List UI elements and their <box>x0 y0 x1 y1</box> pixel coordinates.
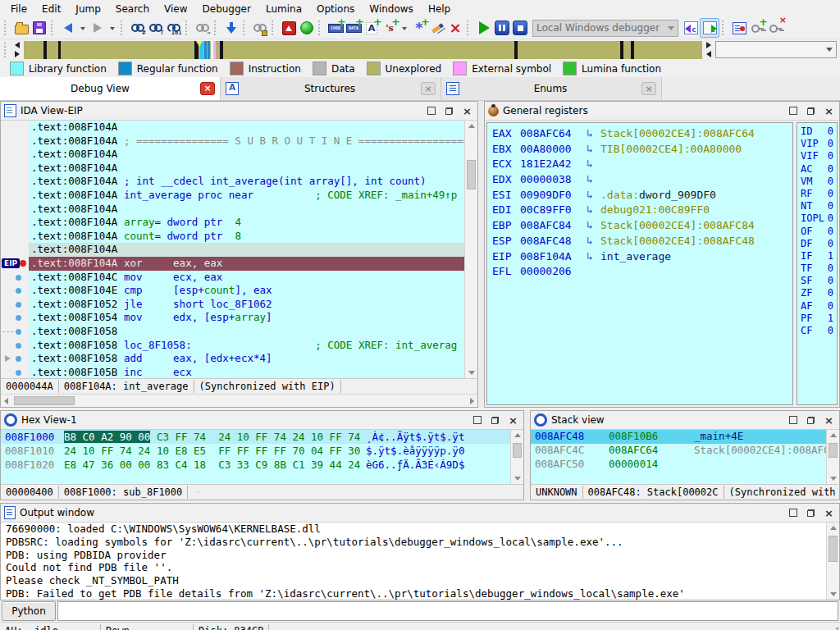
scroll-down-arrow[interactable] <box>830 477 837 481</box>
hex-row[interactable]: 008F1020E8 47 36 00 00 83 C4 18 C3 33 C9… <box>1 458 510 472</box>
register-value[interactable]: 008AFC84 <box>520 218 579 234</box>
register-row[interactable]: EDI00C89FF0↳debug021:00C89FF0 <box>489 203 791 218</box>
flag-row[interactable]: ZF0 <box>797 287 837 299</box>
navigate-forward-dropdown[interactable] <box>107 19 118 37</box>
navigate-back-dropdown[interactable] <box>77 19 89 37</box>
menu-windows[interactable]: Windows <box>362 2 421 16</box>
disasm-line[interactable]: .text:008F1052 jle short loc_8F1062 <box>1 298 464 312</box>
disasm-margin[interactable] <box>1 189 29 203</box>
menu-jump[interactable]: Jump <box>68 2 107 16</box>
ida-view-vscrollbar[interactable] <box>464 121 477 378</box>
menu-search[interactable]: Search <box>108 2 157 16</box>
breakpoint-dot[interactable] <box>16 370 21 376</box>
create-function-button[interactable]: *+ <box>410 19 428 37</box>
menu-debugger[interactable]: Debugger <box>195 2 258 16</box>
disasm-margin[interactable] <box>1 135 29 148</box>
tab-close-button[interactable]: × <box>421 82 436 95</box>
maximize-button[interactable] <box>424 105 438 117</box>
disasm-line[interactable]: .text:008F104A ; int __cdecl int_average… <box>1 175 464 189</box>
disasm-line[interactable]: .text:008F1054 mov edx, [esp+array] <box>1 311 464 325</box>
close-button[interactable]: × <box>506 414 520 427</box>
search-immediate-button[interactable]: 101 <box>165 19 183 37</box>
flag-row[interactable]: PF1 <box>797 313 837 325</box>
menu-options[interactable]: Options <box>309 2 362 16</box>
green-circle-button[interactable] <box>298 19 316 37</box>
flag-row[interactable]: ID0 <box>797 126 837 138</box>
flag-value[interactable]: 0 <box>828 200 833 212</box>
create-struct-dropdown[interactable] <box>399 19 410 37</box>
flag-value[interactable]: 0 <box>828 325 833 337</box>
stack-row[interactable]: 008AFC4C008AFC64Stack[00002CE4]:008AFC64 <box>531 444 826 458</box>
flag-row[interactable]: VM0 <box>797 176 837 188</box>
flag-value[interactable]: 1 <box>828 250 833 262</box>
disasm-margin[interactable] <box>1 243 29 257</box>
search-binary-button[interactable]: # <box>129 19 147 37</box>
search-next-button[interactable]: ⇒ <box>194 19 212 37</box>
register-row[interactable]: EAX008AFC64↳Stack[00002CE4]:008AFC64 <box>489 126 791 142</box>
disasm-line[interactable]: .text:008F104A <box>1 121 464 135</box>
stack-view-vscrollbar[interactable] <box>826 430 839 484</box>
scroll-thumb[interactable] <box>829 443 838 458</box>
disasm-margin[interactable] <box>1 203 29 217</box>
flag-value[interactable]: 0 <box>828 262 833 275</box>
navband-scroll-right-2[interactable] <box>706 42 711 48</box>
disasm-margin[interactable] <box>1 298 29 312</box>
stack-value[interactable]: 00000014 <box>609 458 694 472</box>
output-vscrollbar[interactable] <box>826 523 839 600</box>
register-row[interactable]: ESI00909DF0↳.data:dword_909DF0 <box>489 188 791 203</box>
create-data-button[interactable]: DATA+ <box>345 19 363 37</box>
register-row[interactable]: EDX00000038↳ <box>489 172 791 188</box>
selected-bytes[interactable]: B8 C0 A2 90 00 <box>64 431 150 443</box>
show-problems-button[interactable] <box>280 19 298 37</box>
continue-process-button[interactable] <box>475 19 493 37</box>
navband-scroll-left-2[interactable] <box>706 51 711 57</box>
float-button[interactable] <box>804 105 818 117</box>
scroll-thumb[interactable] <box>829 536 838 562</box>
flag-row[interactable]: NT0 <box>797 200 837 212</box>
stack-value[interactable]: 008F10B6 <box>609 430 694 444</box>
stop-process-button[interactable] <box>511 19 529 37</box>
disasm-margin[interactable] <box>1 339 29 353</box>
menu-file[interactable]: File <box>3 2 34 16</box>
tab-debug-view[interactable]: Debug View× <box>0 77 221 100</box>
breakpoint-dot[interactable] <box>16 275 21 281</box>
add-breakpoint-button[interactable]: + <box>748 19 766 37</box>
scroll-up-arrow[interactable] <box>830 526 837 530</box>
breakpoint-dot[interactable] <box>16 356 21 362</box>
disasm-margin[interactable] <box>1 162 29 176</box>
tab-close-button[interactable]: × <box>200 82 215 95</box>
flag-value[interactable]: 0 <box>828 150 833 162</box>
attach-process-button[interactable]: c <box>682 19 700 37</box>
flag-value[interactable]: 0 <box>828 188 833 200</box>
maximize-button[interactable] <box>470 414 484 427</box>
scroll-up-arrow[interactable] <box>514 433 521 437</box>
register-value[interactable]: 00A80000 <box>520 142 579 158</box>
open-file-button[interactable] <box>12 19 30 37</box>
disasm-margin[interactable] <box>1 271 29 285</box>
scroll-thumb[interactable] <box>467 160 476 189</box>
disasm-line[interactable]: .text:008F1058 <box>1 325 464 339</box>
register-row[interactable]: ESP008AFC48↳Stack[00002CE4]:008AFC48 <box>489 234 791 249</box>
disasm-margin[interactable] <box>1 230 29 244</box>
scroll-up-arrow[interactable] <box>468 124 475 128</box>
tab-enums[interactable]: Enums× <box>441 77 662 100</box>
breakpoint-dot[interactable] <box>16 302 21 308</box>
disasm-line[interactable]: .text:008F104A array= dword ptr 4 <box>1 216 464 230</box>
output-log[interactable]: 76690000: loaded C:\WINDOWS\SysWOW64\KER… <box>1 523 826 600</box>
hex-row[interactable]: 008F1000B8 C0 A2 90 00 C3 FF 74 24 10 FF… <box>1 430 510 444</box>
disasm-line[interactable]: .text:008F105B inc ecx <box>1 366 464 378</box>
hex-dump[interactable]: 008F1000B8 C0 A2 90 00 C3 FF 74 24 10 FF… <box>1 430 510 484</box>
register-row[interactable]: ECX181E2A42↳ <box>489 157 791 172</box>
breakpoint-list-button[interactable] <box>730 19 748 37</box>
python-input[interactable] <box>57 601 838 621</box>
tab-close-button[interactable]: × <box>641 82 656 95</box>
flag-value[interactable]: 0 <box>828 226 833 238</box>
flag-value[interactable]: 0 <box>828 138 833 150</box>
disasm-line[interactable]: EIP.text:008F104A xor eax, eax <box>1 257 464 271</box>
create-code-button[interactable]: CODE+ <box>326 19 345 37</box>
python-button[interactable]: Python <box>2 601 56 621</box>
save-file-button[interactable] <box>30 19 48 37</box>
stack-row[interactable]: 008AFC48008F10B6_main+4E <box>531 430 826 444</box>
register-row[interactable]: EBX00A80000↳TIB[00002CE4]:00A80000 <box>489 142 791 158</box>
register-value[interactable]: 008AFC64 <box>520 126 579 142</box>
